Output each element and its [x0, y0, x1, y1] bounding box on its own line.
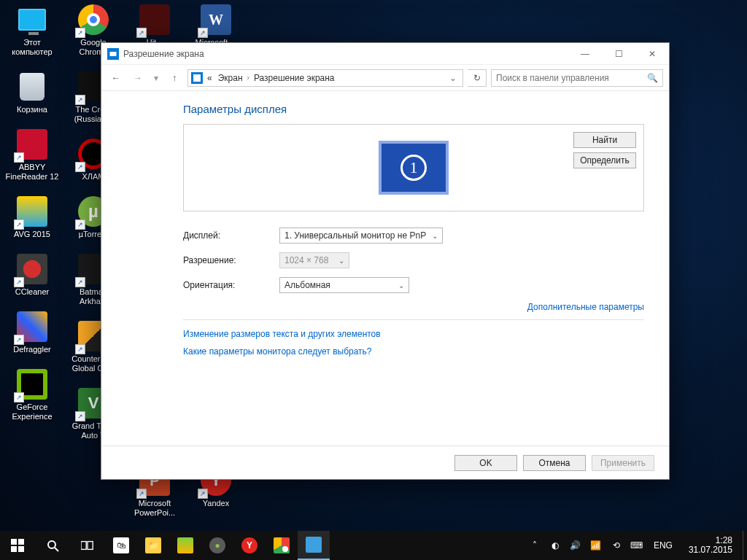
taskbar-xbox[interactable]: ● [201, 531, 233, 560]
taskbar-app1[interactable] [169, 531, 201, 560]
cancel-button[interactable]: Отмена [523, 455, 586, 471]
search-button[interactable] [35, 531, 70, 560]
network-icon[interactable]: 📶 [589, 539, 603, 552]
forward-button[interactable]: → [129, 69, 147, 87]
taskbar-control-panel[interactable] [298, 531, 330, 560]
svg-rect-5 [18, 546, 24, 552]
desktop-icon[interactable]: ↗Hit... [127, 3, 182, 47]
divider [183, 319, 644, 320]
desktop-icon[interactable]: ↗ABBYYFineReader 12 [4, 128, 60, 182]
shortcut-overlay-icon: ↗ [14, 392, 24, 402]
shortcut-overlay-icon: ↗ [75, 162, 85, 172]
back-button[interactable]: ← [107, 69, 125, 87]
screen-resolution-window: Разрешение экрана — ☐ ✕ ← → ▾ ↑ « Экран … [101, 42, 670, 480]
orientation-label: Ориентация: [183, 280, 279, 290]
text-size-link[interactable]: Изменение размеров текста и других элеме… [183, 329, 381, 339]
monitor-number: 1 [400, 155, 427, 181]
shortcut-overlay-icon: ↗ [14, 219, 24, 230]
minimize-button[interactable]: — [568, 43, 602, 65]
show-desktop-button[interactable] [743, 531, 747, 560]
display-preview[interactable]: 1 Найти Определить [183, 124, 644, 211]
desktop-icon[interactable]: W↗Microsoft ... [188, 3, 244, 47]
orientation-select[interactable]: Альбомная ⌄ [279, 277, 409, 293]
svg-line-7 [55, 548, 58, 551]
shortcut-overlay-icon: ↗ [75, 277, 85, 287]
search-icon: 🔍 [647, 73, 658, 83]
tray-app-icon[interactable]: ◐ [549, 539, 562, 552]
close-button[interactable]: ✕ [635, 43, 669, 65]
window-title: Разрешение экрана [123, 49, 204, 59]
dialog-footer: OK Отмена Применить [101, 446, 669, 479]
window-body: Параметры дисплея 1 Найти Определить Дис… [101, 91, 669, 446]
desktop-icon-label: Defraggler [13, 345, 50, 354]
clock[interactable]: 1:28 31.07.2015 [683, 536, 738, 555]
system-tray: ˄ ◐ 🔊 📶 ⟲ ⌨ ENG 1:28 31.07.2015 [524, 531, 743, 560]
shortcut-overlay-icon: ↗ [75, 28, 85, 38]
find-button[interactable]: Найти [573, 132, 636, 148]
desktop-icon-label: CCleaner [15, 287, 49, 297]
resolution-select: 747 × 560 ⌄ [279, 252, 349, 268]
breadcrumb-resolution[interactable]: Разрешение экрана [252, 73, 336, 83]
desktop-icon-label: GeForceExperience [12, 402, 52, 421]
titlebar[interactable]: Разрешение экрана — ☐ ✕ [101, 43, 669, 65]
shortcut-overlay-icon: ↗ [75, 344, 85, 354]
desktop-icon-label: AVG 2015 [14, 230, 50, 239]
help-link[interactable]: Какие параметры монитора следует выбрать… [183, 346, 372, 357]
breadcrumb-pre[interactable]: « [206, 73, 214, 83]
chevron-right-icon: › [247, 74, 249, 82]
desktop-icon[interactable]: Этоткомпьютер [4, 3, 60, 57]
refresh-button[interactable]: ↻ [468, 69, 487, 87]
taskbar-store[interactable]: 🛍 [105, 531, 137, 560]
advanced-link[interactable]: Дополнительные параметры [527, 302, 644, 312]
svg-rect-9 [88, 542, 93, 550]
location-icon [191, 72, 203, 84]
svg-rect-3 [18, 539, 24, 545]
display-label: Дисплей: [183, 230, 279, 241]
navbar: ← → ▾ ↑ « Экран › Разрешение экрана ⌄ ↻ … [101, 65, 669, 91]
breadcrumb-screen[interactable]: Экран [217, 73, 244, 83]
display-select[interactable]: 1. Универсальный монитор не PnP ⌄ [279, 228, 443, 244]
shortcut-overlay-icon: ↗ [75, 219, 85, 230]
svg-rect-4 [11, 546, 17, 552]
address-bar[interactable]: « Экран › Разрешение экрана ⌄ [187, 69, 463, 87]
search-box[interactable]: 🔍 [491, 69, 663, 87]
desktop-icon[interactable]: ↗CCleaner [4, 252, 60, 297]
search-input[interactable] [496, 73, 647, 83]
taskbar: 🛍 📁 ● Y ˄ ◐ 🔊 📶 ⟲ ⌨ ENG 1:28 31.07.2015 [0, 531, 747, 560]
start-button[interactable] [0, 531, 35, 560]
desktop-icon-label: Этоткомпьютер [12, 38, 52, 57]
tray-sync-icon[interactable]: ⟲ [610, 539, 623, 552]
volume-icon[interactable]: 🔊 [569, 539, 582, 552]
desktop-icon[interactable]: ↗GeForceExperience [4, 368, 60, 421]
svg-rect-0 [110, 52, 117, 56]
control-panel-icon [107, 48, 119, 60]
task-view-button[interactable] [70, 531, 105, 560]
maximize-button[interactable]: ☐ [602, 43, 635, 65]
desktop-icon[interactable]: ↗Defraggler [4, 310, 60, 354]
desktop-icon[interactable]: Корзина [4, 70, 60, 114]
identify-button[interactable]: Определить [573, 152, 636, 168]
apply-button: Применить [592, 455, 654, 471]
chevron-down-icon: ⌄ [432, 232, 438, 240]
desktop-icon[interactable]: ↗AVG 2015 [4, 195, 60, 239]
ok-button[interactable]: OK [454, 455, 517, 471]
svg-rect-1 [193, 74, 201, 82]
monitor-thumbnail[interactable]: 1 [379, 141, 449, 195]
taskbar-chrome[interactable] [266, 531, 298, 560]
chevron-down-icon: ⌄ [398, 281, 404, 289]
page-heading: Параметры дисплея [183, 103, 644, 115]
history-dropdown[interactable]: ▾ [151, 69, 161, 87]
shortcut-overlay-icon: ↗ [75, 411, 85, 421]
svg-rect-8 [81, 542, 86, 550]
desktop-icon-label: ABBYYFineReader 12 [6, 163, 59, 182]
taskbar-yandex[interactable]: Y [233, 531, 266, 560]
address-dropdown[interactable]: ⌄ [446, 73, 460, 83]
up-button[interactable]: ↑ [166, 69, 183, 87]
taskbar-explorer[interactable]: 📁 [137, 531, 169, 560]
chevron-down-icon: ⌄ [338, 257, 344, 265]
keyboard-icon[interactable]: ⌨ [630, 539, 643, 552]
svg-rect-2 [11, 539, 17, 545]
tray-overflow[interactable]: ˄ [528, 539, 541, 552]
shortcut-overlay-icon: ↗ [14, 277, 24, 287]
language-indicator[interactable]: ENG [651, 540, 676, 551]
